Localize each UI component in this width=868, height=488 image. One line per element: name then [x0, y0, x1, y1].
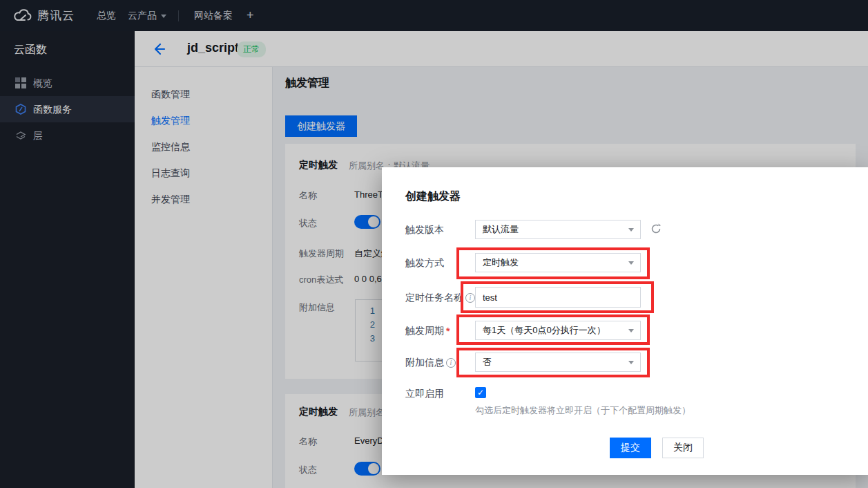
annotation-box-extra-info [456, 348, 650, 377]
annotation-box-trigger-period [456, 315, 650, 345]
trigger-version-select[interactable]: 默认流量 [475, 220, 641, 239]
info-icon[interactable] [446, 358, 456, 368]
label-enable-immediately: 立即启用 [405, 388, 444, 400]
close-button[interactable]: 关闭 [662, 438, 704, 458]
annotation-box-trigger-type [456, 247, 650, 279]
annotation-box-task-name [461, 281, 654, 313]
label-extra-info: 附加信息 [405, 357, 456, 369]
enable-immediately-checkbox[interactable] [475, 387, 486, 398]
label-trigger-period: 触发周期 * [405, 325, 450, 337]
chevron-down-icon [628, 228, 634, 232]
refresh-icon[interactable] [650, 223, 662, 235]
label-trigger-type: 触发方式 [405, 257, 444, 270]
label-trigger-version: 触发版本 [405, 224, 444, 236]
enable-hint-text: 勾选后定时触发器将立即开启（于下个配置周期触发） [475, 404, 691, 417]
submit-button[interactable]: 提交 [610, 438, 651, 458]
modal-title: 创建触发器 [405, 189, 461, 204]
